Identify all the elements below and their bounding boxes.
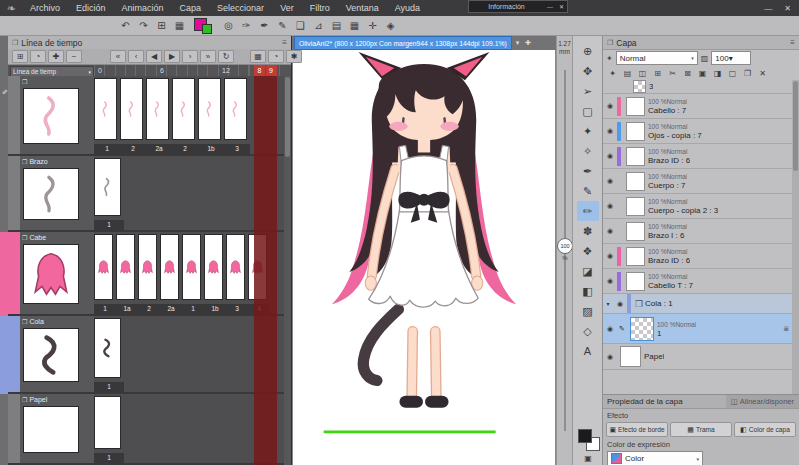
layer-row-cabello-t-7[interactable]: ◉100 %NormalCabello T : 7 (603, 269, 792, 294)
frame-cell-1[interactable] (94, 234, 113, 300)
frame-cell-1[interactable] (94, 396, 121, 449)
timeline-row-thumbnail[interactable] (23, 168, 79, 220)
timeline-row-header[interactable]: ❐Cabe (20, 232, 94, 314)
timeline-edit-icon-3[interactable]: − (66, 50, 82, 63)
gradient-tool[interactable]: ▨ (577, 301, 599, 321)
screen-color-icon[interactable]: ▣ (573, 454, 603, 463)
layer-row-cabello-7[interactable]: ◉100 %NormalCabello : 7 (603, 94, 792, 119)
color-swatches[interactable] (194, 17, 214, 34)
layer-visibility-icon[interactable]: ◉ (603, 127, 617, 135)
blend-mode-select[interactable]: Normal ▾ (616, 51, 698, 65)
info-minimize-button[interactable]: — (544, 4, 556, 10)
toolbar-icon-r2[interactable]: ✒ (257, 18, 272, 33)
pen-tool[interactable]: ✒ (577, 161, 599, 181)
layer-properties-title[interactable]: Propiedad de la capa (607, 397, 683, 406)
layer-row-3[interactable]: 3 (603, 80, 792, 94)
menu-item-ver[interactable]: Ver (272, 0, 302, 16)
layer-visibility-icon[interactable]: ◉ (603, 277, 617, 285)
layer-options-icon[interactable]: ≣ (783, 325, 792, 333)
timeline-row-header[interactable]: ❐Cola (20, 316, 94, 392)
effect-button-efecto-de-borde[interactable]: ▣Efecto de borde (606, 422, 668, 437)
pencil-tool[interactable]: ✎ (577, 181, 599, 201)
eraser-tool[interactable]: ◪ (577, 261, 599, 281)
frame-cell-2[interactable] (138, 234, 157, 300)
auto-select-tool[interactable]: ✦ (577, 121, 599, 141)
airbrush-tool[interactable]: ✽ (577, 221, 599, 241)
selection-tool[interactable]: ▢ (577, 101, 599, 121)
expand-arrow-icon[interactable]: ▾ (603, 300, 613, 307)
info-window-titlebar[interactable]: Información — ✕ (468, 0, 568, 13)
layer-thumbnail[interactable] (630, 317, 654, 341)
layer-visibility-icon[interactable]: ◉ (603, 177, 617, 185)
layer-command-icon-0[interactable]: ✦ (606, 68, 619, 80)
go-last-button[interactable]: » (200, 50, 216, 63)
sub-color-swatch[interactable] (202, 24, 212, 34)
menu-item-seleccionar[interactable]: Seleccionar (209, 0, 272, 16)
timeline-edit-icon-0[interactable]: ⊞ (12, 50, 28, 63)
expression-color-select[interactable]: Color ▾ (607, 451, 703, 465)
timeline-scrollbar[interactable] (284, 76, 291, 465)
timeline-option-icon-2[interactable]: ✱ (286, 50, 302, 63)
toolbar-icon-1[interactable]: ↷ (136, 18, 151, 33)
layer-command-icon-1[interactable]: ▤ (621, 68, 634, 80)
layer-command-icon-4[interactable]: ✂ (666, 68, 679, 80)
timeline-row-header[interactable]: ❐Papel (20, 394, 94, 463)
timeline-row-header[interactable]: ❐ (20, 76, 94, 154)
zoom-slider-knob[interactable]: 100 (557, 238, 573, 254)
layer-row-brazo-id-6[interactable]: ◉100 %NormalBrazo ID : 6 (603, 144, 792, 169)
info-close-button[interactable]: ✕ (556, 3, 567, 10)
collapsed-pencil-icon[interactable]: ✎ (0, 88, 8, 96)
toolbar-icon-r5[interactable]: ⊿ (311, 18, 326, 33)
figure-tool[interactable]: ◇ (577, 321, 599, 341)
layer-visibility-icon[interactable]: ◉ (603, 152, 617, 160)
layer-visibility-icon[interactable]: ◉ (603, 325, 617, 333)
toolbar-icon-3[interactable]: ▦ (172, 18, 187, 33)
toolbar-icon-r3[interactable]: ✎ (275, 18, 290, 33)
timeline-edit-icon-1[interactable]: ◔ (30, 50, 46, 63)
layer-command-icon-2[interactable]: ◫ (636, 68, 649, 80)
frame-cell-1b[interactable] (204, 234, 223, 300)
toolbar-icon-2[interactable]: ⊞ (154, 18, 169, 33)
tool-color-swatches[interactable] (578, 429, 600, 451)
next-frame-button[interactable]: › (182, 50, 198, 63)
timeline-menu-icon[interactable]: ≡ (282, 38, 287, 47)
effect-button-color-de-capa[interactable]: ◧Color de capa (734, 422, 796, 437)
document-tab[interactable]: OliviaAnl2* (800 x 1200px Con margen944 … (294, 36, 512, 50)
menu-item-ayuda[interactable]: Ayuda (387, 0, 428, 16)
opacity-input[interactable]: 100 ▾ (711, 51, 751, 65)
timeline-row-thumbnail[interactable] (23, 328, 79, 382)
toolbar-icon-r0[interactable]: ◎ (221, 18, 236, 33)
tab-add-icon[interactable]: ✚ (523, 39, 533, 47)
layer-row-ojos-copia-7[interactable]: ◉100 %NormalOjos - copia : 7 (603, 119, 792, 144)
brush-tool[interactable]: ✏ (577, 201, 599, 221)
menu-item-animacion[interactable]: Animación (114, 0, 172, 16)
timeline-scrollbar-thumb[interactable] (285, 77, 290, 157)
layer-row-brazo-i-6[interactable]: ◉100 %NormalBrazo I : 6 (603, 219, 792, 244)
toolbar-icon-r6[interactable]: ▤ (329, 18, 344, 33)
effect-button-trama[interactable]: ▦Trama (670, 422, 732, 437)
layer-command-icon-10[interactable]: ✕ (756, 68, 769, 80)
timeline-row-thumbnail[interactable] (23, 406, 79, 453)
prev-frame-button[interactable]: ◀ (146, 50, 162, 63)
layer-row-selected[interactable]: ◉✎100 %Normal1≣ (603, 314, 792, 344)
layer-visibility-icon[interactable]: ◉ (603, 353, 617, 361)
layer-row-cuerpo-copia-2-3[interactable]: ◉100 %NormalCuerpo - copia 2 : 3 (603, 194, 792, 219)
text-tool[interactable]: A (577, 341, 599, 361)
toolbar-icon-r4[interactable]: ❑ (293, 18, 308, 33)
layer-visibility-icon[interactable]: ◉ (603, 202, 617, 210)
layers-scrollbar-thumb[interactable] (793, 81, 798, 171)
layers-panel-title[interactable]: Capa (616, 38, 636, 48)
toolbar-icon-0[interactable]: ↶ (118, 18, 133, 33)
tab-align-arrange[interactable]: ◫ Alinear/disponer (726, 395, 799, 408)
play-button[interactable]: ▶ (164, 50, 180, 63)
layer-command-icon-7[interactable]: ◨ (711, 68, 724, 80)
frame-cell-1[interactable] (94, 78, 117, 140)
menu-item-capa[interactable]: Capa (172, 0, 210, 16)
frame-cell-1[interactable] (182, 234, 201, 300)
loop-button[interactable]: ↻ (218, 50, 234, 63)
frame-cell-1a[interactable] (116, 234, 135, 300)
canvas-page[interactable] (293, 50, 555, 465)
layer-row-brazo-id-6[interactable]: ◉100 %NormalBrazo ID : 6 (603, 244, 792, 269)
layer-command-icon-9[interactable]: ❐ (741, 68, 754, 80)
window-minimize-button[interactable]: — (764, 4, 772, 13)
